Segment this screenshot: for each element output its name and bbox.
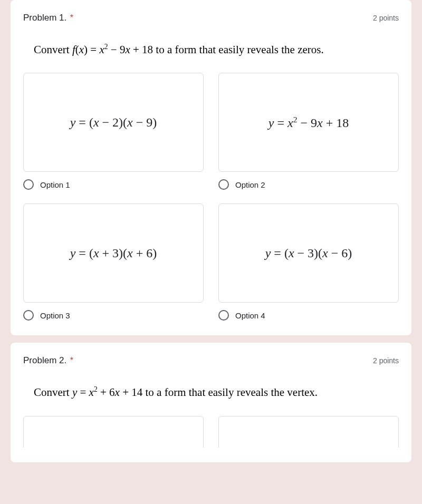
option-cell-2: y = x2 − 9x + 18 Option 2 bbox=[218, 73, 399, 190]
radio-icon bbox=[23, 310, 34, 321]
question-card-2: Problem 2. * 2 points Convert y = x2 + 6… bbox=[11, 343, 411, 462]
option-image-2[interactable] bbox=[218, 416, 399, 448]
points-label: 2 points bbox=[373, 14, 399, 22]
required-star: * bbox=[70, 13, 73, 22]
radio-icon bbox=[23, 179, 34, 190]
option-image-2[interactable]: y = x2 − 9x + 18 bbox=[218, 73, 399, 172]
options-grid: y = (x − 2)(x − 9) Option 1 y = x2 − 9x … bbox=[23, 73, 399, 321]
option-label: Option 4 bbox=[235, 311, 265, 320]
option-label: Option 2 bbox=[235, 180, 265, 189]
option-math: y = (x − 2)(x − 9) bbox=[70, 115, 157, 130]
prompt-prefix: Convert bbox=[34, 43, 72, 56]
option-image-3[interactable]: y = (x + 3)(x + 6) bbox=[23, 203, 204, 303]
option-image-4[interactable]: y = (x − 3)(x − 6) bbox=[218, 203, 399, 303]
option-math: y = x2 − 9x + 18 bbox=[268, 115, 349, 130]
option-radio-row-1[interactable]: Option 1 bbox=[23, 179, 204, 190]
question-card-1: Problem 1. * 2 points Convert f(x) = x2 … bbox=[11, 0, 411, 335]
option-radio-row-4[interactable]: Option 4 bbox=[218, 310, 399, 321]
problem-title: Problem 1. bbox=[23, 13, 66, 23]
option-label: Option 1 bbox=[40, 180, 70, 189]
option-image-1[interactable]: y = (x − 2)(x − 9) bbox=[23, 73, 204, 172]
option-cell-1: y = (x − 2)(x − 9) Option 1 bbox=[23, 73, 204, 190]
card-header: Problem 1. * 2 points bbox=[23, 13, 399, 23]
option-math: y = (x + 3)(x + 6) bbox=[70, 246, 157, 260]
option-image-1[interactable] bbox=[23, 416, 204, 448]
prompt-suffix: to a form that easily reveals the zeros. bbox=[153, 43, 324, 56]
option-label: Option 3 bbox=[40, 311, 70, 320]
problem-title: Problem 2. bbox=[23, 355, 66, 365]
option-radio-row-2[interactable]: Option 2 bbox=[218, 179, 399, 190]
problem-title-row: Problem 2. * bbox=[23, 355, 73, 366]
card-header: Problem 2. * 2 points bbox=[23, 355, 399, 366]
prompt-prefix: Convert bbox=[34, 386, 72, 399]
points-label: 2 points bbox=[373, 356, 399, 365]
option-math: y = (x − 3)(x − 6) bbox=[265, 246, 352, 260]
required-star: * bbox=[70, 356, 73, 365]
prompt-suffix: to a form that easily reveals the vertex… bbox=[142, 386, 318, 399]
question-prompt: Convert y = x2 + 6x + 14 to a form that … bbox=[34, 385, 395, 400]
option-cell-1 bbox=[23, 416, 204, 448]
problem-title-row: Problem 1. * bbox=[23, 13, 73, 23]
option-cell-3: y = (x + 3)(x + 6) Option 3 bbox=[23, 203, 204, 321]
option-radio-row-3[interactable]: Option 3 bbox=[23, 310, 204, 321]
option-cell-4: y = (x − 3)(x − 6) Option 4 bbox=[218, 203, 399, 321]
options-grid bbox=[23, 416, 399, 448]
option-cell-2 bbox=[218, 416, 399, 448]
question-prompt: Convert f(x) = x2 − 9x + 18 to a form th… bbox=[34, 42, 395, 57]
radio-icon bbox=[218, 310, 229, 321]
radio-icon bbox=[218, 179, 229, 190]
prompt-math: f(x) = x2 − 9x + 18 bbox=[72, 43, 153, 56]
prompt-math: y = x2 + 6x + 14 bbox=[72, 386, 142, 399]
